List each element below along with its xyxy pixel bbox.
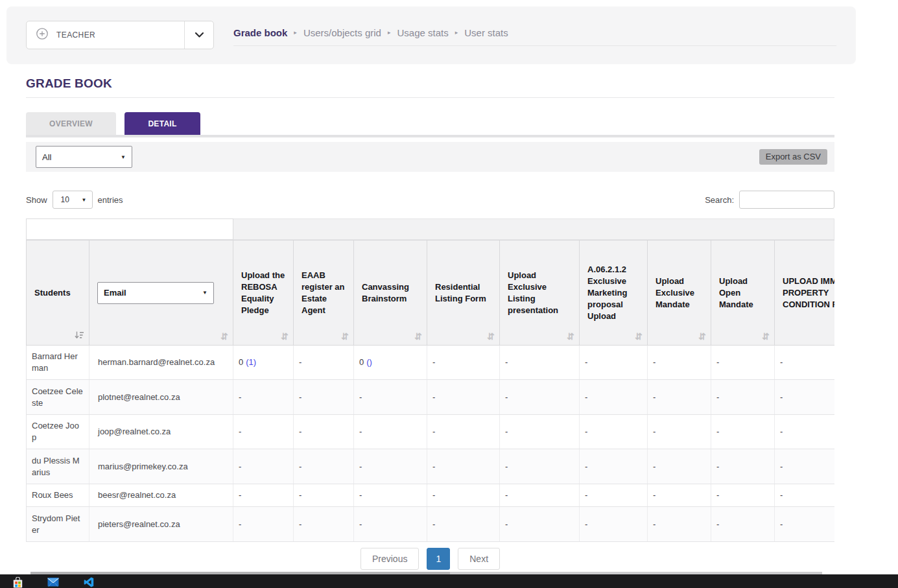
grade-value: - — [780, 519, 783, 530]
grade-value: - — [653, 426, 656, 438]
email-column-select[interactable]: Email▼ — [97, 282, 214, 304]
grade-cell: - — [354, 449, 427, 484]
sort-both-icon: ⇵ — [487, 332, 495, 341]
column-header-upload-exclusive-mandate[interactable]: Upload Exclusive Mandate⇵ — [648, 240, 711, 346]
table-row: Barnard Hermanherman.barnard@realnet.co.… — [26, 346, 834, 380]
breadcrumb-separator-icon: ▸ — [455, 29, 458, 36]
grade-cell: - — [354, 507, 427, 541]
list-controls: Show 10 ▼ entries Search: — [26, 190, 834, 209]
column-label: Upload the REBOSA Equality Pledge — [241, 270, 285, 316]
sort-both-icon: ⇵ — [567, 332, 574, 341]
grade-value: - — [780, 489, 783, 501]
pagination-previous-button[interactable]: Previous — [360, 548, 419, 570]
grade-value: - — [780, 461, 783, 473]
search-input[interactable] — [739, 191, 834, 209]
column-label: Upload Open Mandate — [719, 276, 766, 311]
grade-value: - — [780, 357, 783, 368]
pagination-page-1[interactable]: 1 — [427, 548, 450, 570]
student-name-cell: Coetzee Celeste — [26, 380, 89, 414]
grade-cell: - — [427, 346, 500, 379]
grade-value: - — [359, 489, 362, 501]
column-header-upload-open-mandate[interactable]: Upload Open Mandate⇵ — [711, 240, 775, 346]
tab-detail[interactable]: DETAIL — [124, 112, 200, 135]
grade-value: - — [359, 519, 362, 530]
grade-value: - — [585, 461, 587, 473]
grade-cell: - — [500, 449, 580, 484]
sort-both-icon: ⇵ — [281, 332, 289, 341]
grade-attempts-link[interactable]: (1) — [246, 357, 256, 368]
student-email-cell: herman.barnard@realnet.co.za — [89, 346, 233, 379]
grade-value: - — [716, 461, 719, 473]
role-selector[interactable]: TEACHER — [26, 21, 214, 49]
grade-value: - — [239, 392, 241, 403]
mail-icon[interactable] — [47, 577, 59, 588]
column-header-residential-listing-form[interactable]: Residential Listing Form⇵ — [427, 240, 500, 346]
grade-value: - — [505, 461, 508, 473]
page-size-select[interactable]: 10 ▼ — [53, 191, 93, 209]
student-name-cell: Coetzee Joop — [26, 415, 89, 449]
column-label: Upload Exclusive Mandate — [656, 276, 703, 311]
grade-value: - — [653, 489, 656, 501]
export-csv-button[interactable]: Export as CSV — [759, 149, 827, 165]
grade-cell: - — [233, 415, 294, 449]
grade-cell: - — [648, 415, 711, 449]
sort-both-icon: ⇵ — [220, 332, 228, 341]
grade-cell: - — [354, 484, 427, 506]
grade-cell: - — [711, 380, 775, 414]
column-label: Residential Listing Form — [435, 281, 491, 305]
grade-cell: - — [580, 346, 648, 379]
column-label: Upload Exclusive Listing presentation — [508, 270, 571, 316]
vscode-icon[interactable] — [83, 577, 95, 588]
column-header-a-06-2-1-2-exclusive-marketing-proposal-[interactable]: A.06.2.1.2 Exclusive Marketing proposal … — [580, 240, 648, 346]
student-email-cell: plotnet@realnet.co.za — [89, 380, 233, 414]
breadcrumb-item-usage-stats[interactable]: Usage stats — [397, 27, 448, 38]
show-label: Show — [26, 195, 47, 205]
role-selector-main[interactable]: TEACHER — [27, 21, 184, 49]
breadcrumb-item-grade-book[interactable]: Grade book — [233, 27, 287, 38]
grade-value: - — [299, 519, 301, 530]
grade-cell: - — [775, 449, 834, 484]
grade-value: - — [716, 392, 719, 403]
column-header-upload-the-rebosa-equality-pledge[interactable]: Upload the REBOSA Equality Pledge⇵ — [233, 240, 294, 346]
grade-value: - — [585, 392, 587, 403]
column-header-students[interactable]: Students — [26, 240, 89, 346]
grade-value: - — [585, 357, 587, 368]
chevron-down-icon[interactable] — [185, 21, 213, 49]
grade-value: - — [505, 519, 508, 530]
grade-value: - — [299, 461, 301, 473]
breadcrumb-item-user-stats[interactable]: User stats — [464, 27, 508, 38]
grade-cell: - — [233, 507, 294, 541]
microsoft-store-icon[interactable] — [12, 577, 23, 588]
grade-cell: - — [354, 380, 427, 414]
tab-overview[interactable]: OVERVIEW — [26, 112, 116, 135]
grade-cell: - — [775, 346, 834, 379]
grade-value: - — [432, 426, 435, 438]
sort-both-icon: ⇵ — [762, 332, 770, 341]
column-label: UPLOAD IMMOVABLE PROPERTY CONDITION REPO… — [783, 276, 834, 311]
grade-cell: - — [500, 507, 580, 541]
column-header-canvassing-brainstorm[interactable]: Canvassing Brainstorm⇵ — [354, 240, 427, 346]
pagination-next-button[interactable]: Next — [458, 548, 500, 570]
grade-cell: - — [648, 346, 711, 379]
breadcrumb-item-users-objects-grid[interactable]: Users/objects grid — [303, 27, 381, 38]
column-header-upload-immovable-property-condition-repo[interactable]: UPLOAD IMMOVABLE PROPERTY CONDITION REPO… — [775, 240, 834, 346]
course-filter-value: All — [42, 152, 51, 162]
grade-attempts-link[interactable]: () — [366, 357, 372, 368]
table-body: Barnard Hermanherman.barnard@realnet.co.… — [26, 346, 834, 542]
grade-value: - — [780, 392, 783, 403]
column-header-email[interactable]: Email▼⇵ — [89, 240, 233, 346]
table-row: Coetzee Joopjoop@realnet.co.za--------- — [26, 415, 834, 449]
grade-cell: - — [711, 507, 775, 541]
column-header-eaab-register-an-estate-agent[interactable]: EAAB register an Estate Agent⇵ — [294, 240, 354, 346]
grade-value: - — [432, 461, 435, 473]
grade-cell: - — [294, 415, 354, 449]
grade-cell: 0() — [354, 346, 427, 379]
column-header-upload-exclusive-listing-presentation[interactable]: Upload Exclusive Listing presentation⇵ — [500, 240, 580, 346]
grade-value: 0 — [239, 357, 243, 368]
course-filter-select[interactable]: All ▼ — [36, 146, 132, 168]
grade-value: - — [239, 489, 241, 501]
grade-cell: - — [775, 507, 834, 541]
tab-bar: OVERVIEW DETAIL — [26, 112, 834, 137]
grade-value: - — [780, 426, 783, 438]
student-email-cell: pieters@realnet.co.za — [89, 507, 233, 541]
